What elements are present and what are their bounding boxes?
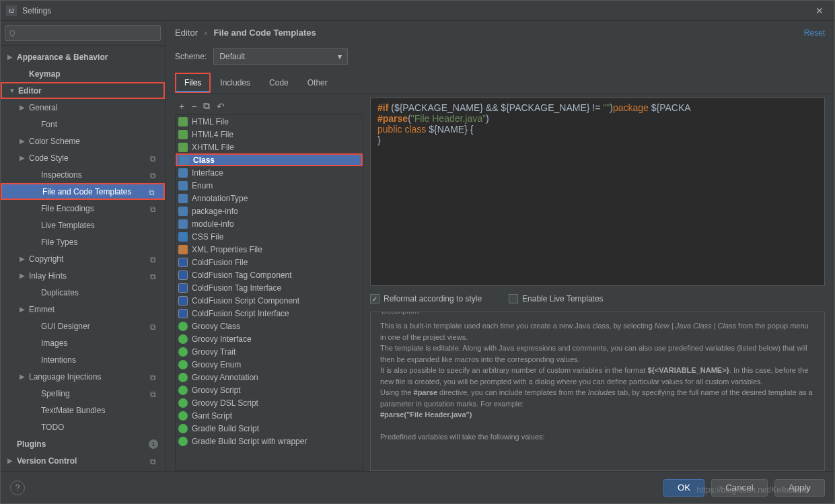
template-label: Groovy Annotation — [192, 373, 258, 382]
template-class[interactable]: Class — [176, 153, 363, 166]
template-coldfusion-script-interface[interactable]: ColdFusion Script Interface — [176, 307, 363, 320]
tab-includes[interactable]: Includes — [211, 73, 260, 93]
tab-files[interactable]: Files — [175, 73, 211, 93]
template-xml-properties-file[interactable]: XML Properties File — [176, 243, 363, 256]
file-type-icon — [178, 309, 188, 318]
template-groovy-dsl-script[interactable]: Groovy DSL Script — [176, 396, 363, 409]
file-type-icon — [178, 411, 188, 421]
remove-button[interactable]: − — [191, 101, 196, 112]
arrow-icon: ▶ — [20, 104, 29, 111]
file-type-icon — [178, 232, 188, 242]
template-enum[interactable]: Enum — [176, 179, 363, 192]
sidebar-item-keymap[interactable]: Keymap — [1, 65, 165, 82]
sidebar-item-plugins[interactable]: Plugins1 — [1, 435, 165, 452]
arrow-icon: ▶ — [20, 154, 29, 161]
settings-sidebar: ▶Appearance & BehaviorKeymap▼Editor▶Gene… — [1, 21, 166, 471]
template-gant-script[interactable]: Gant Script — [176, 409, 363, 422]
arrow-icon: ▶ — [20, 373, 29, 380]
sidebar-item-intentions[interactable]: Intentions — [1, 351, 165, 368]
template-coldfusion-tag-component[interactable]: ColdFusion Tag Component — [176, 268, 363, 281]
copy-icon: ⧉ — [150, 171, 158, 179]
template-html-file[interactable]: HTML File — [176, 115, 363, 128]
sidebar-item-editor[interactable]: ▼Editor — [1, 82, 165, 99]
search-input[interactable] — [5, 25, 161, 41]
sidebar-item-live-templates[interactable]: Live Templates — [1, 217, 165, 233]
sidebar-item-images[interactable]: Images — [1, 334, 165, 351]
sidebar-item-code-style[interactable]: ▶Code Style⧉ — [1, 149, 165, 166]
template-toolbar: + − ⧉ ↶ — [175, 98, 363, 115]
description-panel: Description This is a built-in template … — [370, 312, 825, 471]
template-interface[interactable]: Interface — [176, 166, 363, 179]
sidebar-item-inspections[interactable]: Inspections⧉ — [1, 166, 165, 183]
template-css-file[interactable]: CSS File — [176, 230, 363, 243]
copy-icon: ⧉ — [150, 390, 158, 398]
template-groovy-enum[interactable]: Groovy Enum — [176, 358, 363, 371]
file-type-icon — [178, 181, 188, 190]
live-templates-checkbox[interactable]: Enable Live Templates — [509, 294, 604, 303]
scheme-select[interactable]: Default ▾ — [213, 48, 348, 65]
sidebar-item-emmet[interactable]: ▶Emmet — [1, 301, 165, 318]
arrow-icon: ▶ — [20, 137, 29, 145]
close-icon[interactable]: ✕ — [810, 3, 829, 19]
file-type-icon — [178, 245, 188, 254]
breadcrumb: Editor › File and Code Templates — [175, 28, 316, 38]
sidebar-item-version-control[interactable]: ▶Version Control⧉ — [1, 452, 165, 469]
tree-label: File Encodings — [41, 204, 94, 213]
help-button[interactable]: ? — [10, 480, 25, 495]
sidebar-item-copyright[interactable]: ▶Copyright⧉ — [1, 250, 165, 267]
template-gradle-build-script-with-wrapper[interactable]: Gradle Build Script with wrapper — [176, 435, 363, 447]
footer: ? OK Cancel Apply — [1, 471, 834, 503]
sidebar-item-file-encodings[interactable]: File Encodings⧉ — [1, 200, 165, 217]
sidebar-item-gui-designer[interactable]: GUI Designer⧉ — [1, 318, 165, 334]
template-list[interactable]: HTML FileHTML4 FileXHTML FileClassInterf… — [175, 115, 363, 471]
template-html4-file[interactable]: HTML4 File — [176, 128, 363, 141]
sidebar-item-file-types[interactable]: File Types — [1, 233, 165, 250]
template-groovy-interface[interactable]: Groovy Interface — [176, 332, 363, 345]
template-xhtml-file[interactable]: XHTML File — [176, 141, 363, 153]
sidebar-item-color-scheme[interactable]: ▶Color Scheme — [1, 133, 165, 149]
sidebar-item-textmate-bundles[interactable]: TextMate Bundles — [1, 402, 165, 419]
ok-button[interactable]: OK — [663, 479, 704, 497]
sidebar-item-appearance-behavior[interactable]: ▶Appearance & Behavior — [1, 48, 165, 65]
sidebar-item-todo[interactable]: TODO — [1, 419, 165, 435]
reformat-checkbox[interactable]: Reformat according to style — [370, 294, 482, 303]
reset-link[interactable]: Reset — [804, 28, 825, 38]
template-coldfusion-file[interactable]: ColdFusion File — [176, 256, 363, 268]
template-module-info[interactable]: module-info — [176, 217, 363, 230]
tabs: FilesIncludesCodeOther — [166, 73, 834, 94]
template-groovy-annotation[interactable]: Groovy Annotation — [176, 371, 363, 384]
template-groovy-class[interactable]: Groovy Class — [176, 320, 363, 332]
tree-label: Spelling — [41, 389, 70, 398]
apply-button[interactable]: Apply — [774, 479, 825, 497]
tab-other[interactable]: Other — [298, 73, 337, 93]
tree-label: Emmet — [29, 305, 55, 314]
template-coldfusion-tag-interface[interactable]: ColdFusion Tag Interface — [176, 281, 363, 294]
template-coldfusion-script-component[interactable]: ColdFusion Script Component — [176, 294, 363, 307]
arrow-icon: ▶ — [7, 53, 17, 61]
sidebar-item-inlay-hints[interactable]: ▶Inlay Hints⧉ — [1, 267, 165, 284]
sidebar-item-language-injections[interactable]: ▶Language Injections⧉ — [1, 368, 165, 385]
sidebar-item-file-and-code-templates[interactable]: File and Code Templates⧉ — [1, 183, 165, 200]
template-gradle-build-script[interactable]: Gradle Build Script — [176, 422, 363, 435]
sidebar-item-duplicates[interactable]: Duplicates — [1, 284, 165, 301]
settings-tree[interactable]: ▶Appearance & BehaviorKeymap▼Editor▶Gene… — [1, 46, 165, 471]
template-package-info[interactable]: package-info — [176, 205, 363, 217]
cancel-button[interactable]: Cancel — [711, 479, 768, 497]
copy-icon: ⧉ — [150, 255, 158, 263]
file-type-icon — [178, 347, 188, 357]
template-editor[interactable]: #if (${PACKAGE_NAME} && ${PACKAGE_NAME} … — [370, 98, 825, 286]
arrow-icon: ▶ — [20, 272, 29, 279]
copy-button[interactable]: ⧉ — [203, 100, 210, 112]
template-annotationtype[interactable]: AnnotationType — [176, 192, 363, 205]
template-label: Groovy Trait — [192, 347, 235, 357]
template-groovy-trait[interactable]: Groovy Trait — [176, 345, 363, 358]
undo-button[interactable]: ↶ — [217, 101, 225, 112]
tab-code[interactable]: Code — [260, 73, 298, 93]
sidebar-item-general[interactable]: ▶General — [1, 99, 165, 116]
add-button[interactable]: + — [179, 101, 184, 112]
sidebar-item-font[interactable]: Font — [1, 116, 165, 133]
sidebar-item-spelling[interactable]: Spelling⧉ — [1, 385, 165, 402]
tree-label: Intentions — [41, 355, 76, 365]
file-type-icon — [178, 360, 188, 369]
template-groovy-script[interactable]: Groovy Script — [176, 384, 363, 396]
